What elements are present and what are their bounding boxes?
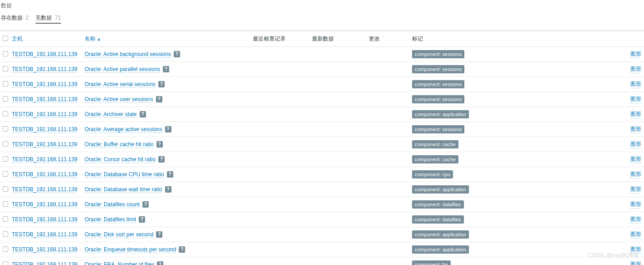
- help-icon[interactable]: ?: [167, 171, 173, 178]
- host-link[interactable]: TESTDB_192.168.111.139: [12, 111, 77, 118]
- tag-badge[interactable]: component: application: [412, 230, 469, 239]
- row-checkbox[interactable]: [3, 81, 8, 87]
- host-link[interactable]: TESTDB_192.168.111.139: [12, 126, 77, 133]
- host-link[interactable]: TESTDB_192.168.111.139: [12, 261, 77, 265]
- tag-badge[interactable]: component: fra: [412, 260, 451, 265]
- tab-no-data[interactable]: 无数据 71: [35, 14, 61, 24]
- row-checkbox[interactable]: [3, 96, 8, 102]
- graph-link[interactable]: 图形: [630, 260, 641, 265]
- tag-badge[interactable]: component: cache: [412, 140, 458, 148]
- item-name-link[interactable]: Oracle: Datafiles count: [85, 201, 140, 208]
- graph-link[interactable]: 图形: [630, 215, 641, 224]
- host-link[interactable]: TESTDB_192.168.111.139: [12, 201, 77, 208]
- item-name-link[interactable]: Oracle: Datafiles limit: [85, 216, 136, 223]
- graph-link[interactable]: 图形: [630, 170, 641, 178]
- column-header-latest[interactable]: 最新数据: [309, 31, 366, 47]
- column-header-host[interactable]: 主机: [9, 31, 82, 47]
- item-name-link[interactable]: Oracle: Active background sessions: [85, 51, 171, 58]
- item-name-link[interactable]: Oracle: Disk sort per second: [85, 231, 153, 238]
- tag-badge[interactable]: component: sessions: [412, 50, 464, 58]
- help-icon[interactable]: ?: [179, 246, 185, 253]
- help-icon[interactable]: ?: [165, 126, 171, 132]
- graph-link[interactable]: 图形: [630, 65, 641, 73]
- help-icon[interactable]: ?: [140, 111, 146, 117]
- host-link[interactable]: TESTDB_192.168.111.139: [12, 156, 77, 163]
- item-name-link[interactable]: Oracle: Active parallel sessions: [85, 66, 160, 73]
- host-link[interactable]: TESTDB_192.168.111.139: [12, 81, 77, 88]
- row-checkbox[interactable]: [3, 246, 8, 252]
- column-header-name[interactable]: 名称▲: [82, 31, 250, 47]
- tag-badge[interactable]: component: datafiles: [412, 215, 464, 224]
- tag-badge[interactable]: component: cpu: [412, 170, 453, 178]
- host-link[interactable]: TESTDB_192.168.111.139: [12, 246, 77, 253]
- item-name-link[interactable]: Oracle: Cursor cache hit ratio: [85, 156, 156, 163]
- help-icon[interactable]: ?: [174, 51, 180, 57]
- select-all-checkbox[interactable]: [3, 36, 8, 41]
- column-header-tags[interactable]: 标记: [409, 31, 619, 47]
- tag-badge[interactable]: component: application: [412, 185, 469, 194]
- tab-has-data[interactable]: 存在数据 2: [1, 14, 29, 22]
- item-name-link[interactable]: Oracle: Database wait time ratio: [85, 186, 162, 193]
- host-link[interactable]: TESTDB_192.168.111.139: [12, 51, 77, 58]
- host-link[interactable]: TESTDB_192.168.111.139: [12, 186, 77, 193]
- host-link[interactable]: TESTDB_192.168.111.139: [12, 216, 77, 223]
- tag-badge[interactable]: component: sessions: [412, 95, 464, 103]
- host-link[interactable]: TESTDB_192.168.111.139: [12, 141, 77, 148]
- row-checkbox[interactable]: [3, 261, 8, 265]
- row-checkbox[interactable]: [3, 231, 8, 237]
- item-name-link[interactable]: Oracle: Average active sessions: [85, 126, 162, 133]
- graph-link[interactable]: 图形: [630, 200, 641, 209]
- item-name-link[interactable]: Oracle: FRA, Number of files: [85, 261, 154, 265]
- host-link[interactable]: TESTDB_192.168.111.139: [12, 66, 77, 73]
- help-icon[interactable]: ?: [142, 201, 149, 208]
- host-link[interactable]: TESTDB_192.168.111.139: [12, 231, 77, 238]
- host-link[interactable]: TESTDB_192.168.111.139: [12, 171, 77, 178]
- graph-link[interactable]: 图形: [630, 185, 641, 194]
- row-checkbox[interactable]: [3, 111, 8, 117]
- host-link[interactable]: TESTDB_192.168.111.139: [12, 96, 77, 103]
- graph-link[interactable]: 图形: [630, 80, 641, 88]
- column-header-change[interactable]: 更改: [366, 31, 409, 47]
- graph-link[interactable]: 图形: [630, 125, 641, 133]
- graph-link[interactable]: 图形: [630, 95, 641, 103]
- tag-badge[interactable]: component: sessions: [412, 80, 464, 88]
- row-checkbox[interactable]: [3, 126, 8, 132]
- help-icon[interactable]: ?: [165, 186, 171, 193]
- item-name-link[interactable]: Oracle: Archiver state: [85, 111, 137, 118]
- help-icon[interactable]: ?: [139, 216, 145, 223]
- tag-badge[interactable]: component: datafiles: [412, 200, 464, 209]
- graph-link[interactable]: 图形: [630, 110, 641, 118]
- tag-badge[interactable]: component: sessions: [412, 125, 464, 133]
- help-icon[interactable]: ?: [163, 66, 169, 72]
- graph-link[interactable]: 图形: [630, 155, 641, 163]
- item-name-link[interactable]: Oracle: Active user sessions: [85, 96, 153, 103]
- row-checkbox[interactable]: [3, 66, 8, 71]
- tag-badge[interactable]: component: application: [412, 110, 469, 118]
- item-name-link[interactable]: Oracle: Enqueue timeouts per second: [85, 246, 176, 253]
- tag-badge[interactable]: component: cache: [412, 155, 458, 163]
- row-checkbox[interactable]: [3, 216, 8, 222]
- row-checkbox[interactable]: [3, 171, 8, 177]
- column-header-lastcheck[interactable]: 最近检查记录: [250, 31, 309, 47]
- row-checkbox[interactable]: [3, 51, 8, 56]
- help-icon[interactable]: ?: [157, 261, 163, 265]
- help-icon[interactable]: ?: [156, 231, 162, 238]
- help-icon[interactable]: ?: [156, 96, 162, 102]
- graph-link[interactable]: 图形: [630, 140, 641, 148]
- row-checkbox[interactable]: [3, 201, 8, 207]
- table-row: TESTDB_192.168.111.139Oracle: Datafiles …: [0, 197, 644, 212]
- graph-link[interactable]: 图形: [630, 230, 641, 239]
- item-name-link[interactable]: Oracle: Database CPU time ratio: [85, 171, 164, 178]
- graph-link[interactable]: 图形: [630, 50, 641, 58]
- row-checkbox[interactable]: [3, 186, 8, 192]
- graph-link[interactable]: 图形: [630, 245, 641, 254]
- row-checkbox[interactable]: [3, 141, 8, 147]
- help-icon[interactable]: ?: [158, 81, 165, 87]
- row-checkbox[interactable]: [3, 156, 8, 162]
- help-icon[interactable]: ?: [158, 156, 165, 163]
- item-name-link[interactable]: Oracle: Active serial sessions: [85, 81, 156, 88]
- item-name-link[interactable]: Oracle: Buffer cache hit ratio: [85, 141, 154, 148]
- tag-badge[interactable]: component: application: [412, 245, 469, 254]
- tag-badge[interactable]: component: sessions: [412, 65, 464, 73]
- help-icon[interactable]: ?: [156, 141, 163, 148]
